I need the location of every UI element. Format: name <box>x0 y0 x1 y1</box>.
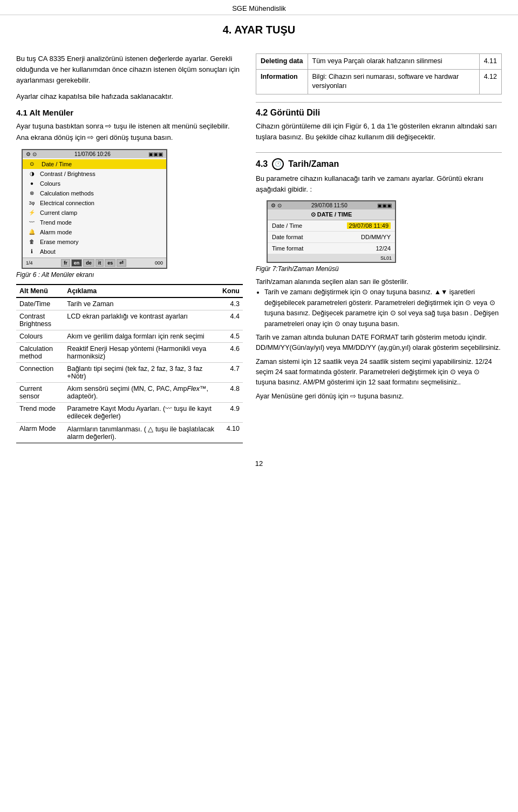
icon-check: ⊙ <box>362 288 368 296</box>
table-row: Connection Bağlantı tipi seçimi (tek faz… <box>16 362 243 382</box>
icon-return: ⇨ <box>350 393 356 400</box>
table-cell-konu-3: 4.6 <box>219 342 243 362</box>
menu-item-9: ℹ About <box>23 247 166 256</box>
ds-value-1: DD/MM/YY <box>361 234 391 240</box>
table-row: Trend mode Parametre Kayıt Modu Ayarları… <box>16 402 243 422</box>
menu-label-2: Colours <box>40 180 60 187</box>
screen-43-title-text: DATE / TIME <box>317 211 352 218</box>
menu-icon-4: 3φ <box>27 199 37 207</box>
menu-icon-1: ◑ <box>27 170 37 178</box>
table-cell-menu-2: Colours <box>16 330 64 342</box>
table-cell-desc-2: Akım ve gerilim dalga formları için renk… <box>64 330 219 342</box>
main-content: Bu tuş CA 8335 Enerji analizörünü istene… <box>0 44 518 443</box>
body-para-0: Tarih/zaman alanında seçilen alan sarı i… <box>256 277 502 287</box>
info-table: Deleting data Tüm veya Parçalı olarak ha… <box>256 53 502 94</box>
body-para-date: Tarih ve zaman altında bulunan DATE FORM… <box>256 333 502 354</box>
lang-buttons: fr en de it es ⏎ <box>61 259 126 267</box>
table-cell-konu-6: 4.9 <box>219 402 243 422</box>
menu-list: ⊙ Date / Time ◑ Contrast / Brightness ● … <box>23 158 166 258</box>
info-konu-0: 4.11 <box>479 54 501 70</box>
menu-item-1: ◑ Contrast / Brightness <box>23 169 166 179</box>
table-cell-konu-4: 4.7 <box>219 362 243 382</box>
body-list-item-0: Tarih ve zamanı değiştirmek için ⊙ onay … <box>264 287 502 329</box>
clock-icon: 🕐 <box>272 158 284 170</box>
separator-1 <box>256 102 502 103</box>
section-41-title: 4.1 Alt Menüler <box>16 108 243 117</box>
menu-label-1: Contrast / Brightness <box>40 171 96 177</box>
body-list: Tarih ve zamanı değiştirmek için ⊙ onay … <box>264 287 502 329</box>
screen-battery: ▣▣▣ <box>148 151 163 157</box>
body-para-return: Ayar Menüsüne geri dönüş için ⇨ tuşuna b… <box>256 391 502 402</box>
table-cell-menu-5: Current sensor <box>16 382 64 402</box>
lang-it[interactable]: it <box>96 259 104 267</box>
ds-label-1: Date format <box>272 234 361 240</box>
menu-item-0: ⊙ Date / Time <box>23 159 166 169</box>
icon-sol: ⊙ <box>390 309 396 317</box>
separator-2 <box>256 152 502 153</box>
icon-param-right: ⊙ <box>474 368 480 376</box>
screen-43-left: ⚙ ⊙ <box>271 202 282 208</box>
info-value-0: Tüm veya Parçalı olarak hafızanın silinm… <box>308 54 479 70</box>
info-value-1: Bilgi: Cihazın seri numarası, software v… <box>308 69 479 94</box>
table-cell-konu-0: 4.3 <box>219 297 243 310</box>
menu-label-3: Calculation methods <box>40 190 94 197</box>
lang-es[interactable]: es <box>105 259 115 267</box>
screen-datetime: 11/07/06 10:26 <box>74 151 111 157</box>
alt-menu-table: Alt Menü Açıklama Konu Date/Time Tarih v… <box>16 284 243 443</box>
menu-item-2: ● Colours <box>23 179 166 188</box>
table-cell-desc-5: Akım sensörü seçimi (MN, C, PAC, AmpFlex… <box>64 382 219 402</box>
icon-onay: ⊙ <box>335 320 340 328</box>
lang-fr[interactable]: fr <box>61 259 70 267</box>
section-41-text: Ayar tuşuna bastıktan sonra ⇨ tuşu ile i… <box>16 120 243 144</box>
screen-footer: 1/4 fr en de it es ⏎ 000 <box>23 258 166 268</box>
table-header-menu: Alt Menü <box>16 285 64 297</box>
table-row: Colours Akım ve gerilim dalga formları i… <box>16 330 243 342</box>
clock-icon-small: ⊙ <box>311 211 316 218</box>
device-screen-43: ⚙ ⊙ 29/07/08 11:50 ▣▣▣ ⊙ DATE / TIME Dat… <box>267 200 396 263</box>
header-title: SGE Mühendislik <box>232 4 286 12</box>
section-43-intro: Bu parametre cihazın kullanacağı tarih v… <box>256 173 502 195</box>
menu-label-7: Alarm mode <box>40 229 72 235</box>
ds-row-1: Date format DD/MM/YY <box>268 232 395 243</box>
info-value-text-0: Tüm veya Parçalı olarak hafızanın silinm… <box>312 57 442 65</box>
menu-icon-8: 🗑 <box>27 238 37 246</box>
screen-number: 000 <box>155 260 163 266</box>
info-konu-1: 4.12 <box>479 69 501 94</box>
lang-de[interactable]: de <box>83 259 94 267</box>
lang-return[interactable]: ⏎ <box>117 259 126 267</box>
icon-param-left: ⊙ <box>450 368 456 376</box>
table-row: Calculationmethod Reaktif Enerji Hesap y… <box>16 342 243 362</box>
table-cell-konu-2: 4.5 <box>219 330 243 342</box>
menu-item-6: 〰 Trend mode <box>23 218 166 227</box>
ds-label-2: Time format <box>272 245 376 252</box>
info-row-1: Information Bilgi: Cihazın seri numarası… <box>256 69 502 94</box>
table-row: Current sensor Akım sensörü seçimi (MN, … <box>16 382 243 402</box>
table-cell-desc-0: Tarih ve Zaman <box>64 297 219 310</box>
section-43-suffix: Tarih/Zaman <box>288 159 339 169</box>
lang-en[interactable]: en <box>71 259 83 267</box>
chapter-title: 4. AYAR TUŞU <box>0 24 518 36</box>
table-cell-desc-1: LCD ekran parlaklığı ve kontrast ayarlar… <box>64 310 219 330</box>
table-cell-konu-1: 4.4 <box>219 310 243 330</box>
screen-header-43: ⚙ ⊙ 29/07/08 11:50 ▣▣▣ <box>268 201 395 209</box>
info-value-text-1: Bilgi: Cihazın seri numarası, software v… <box>312 73 459 90</box>
menu-label-6: Trend mode <box>40 219 72 226</box>
page-num: 12 <box>255 459 263 468</box>
menu-item-4: 3φ Electrical connection <box>23 198 166 208</box>
ds-value-2: 12/24 <box>376 245 391 252</box>
menu-icon-9: ℹ <box>27 248 37 255</box>
ds-row-2: Time format 12/24 <box>268 243 395 254</box>
menu-label-9: About <box>40 248 56 255</box>
intro-para-1: Bu tuş CA 8335 Enerji analizörünü istene… <box>16 53 243 86</box>
screen-43-footer-text: SL01 <box>380 255 392 261</box>
table-row: ContrastBrightness LCD ekran parlaklığı … <box>16 310 243 330</box>
table-row: Alarm Mode Alarmların tanımlanması. ( △ … <box>16 422 243 443</box>
intro-para-2: Ayarlar cihaz kapatılsa bile hafızada sa… <box>16 91 243 102</box>
table-row: Date/Time Tarih ve Zaman 4.3 <box>16 297 243 310</box>
info-key-0: Deleting data <box>256 54 308 70</box>
section-43-title-row: 4.3 🕐 Tarih/Zaman <box>256 158 502 170</box>
table-cell-desc-7: Alarmların tanımlanması. ( △ tuşu ile ba… <box>64 422 219 443</box>
body-para-time: Zaman sistemi için 12 saatlik veya 24 sa… <box>256 357 502 388</box>
screen-header: ⚙ ⊙ 11/07/06 10:26 ▣▣▣ <box>23 150 166 158</box>
page-number-container: 12 <box>0 454 518 471</box>
